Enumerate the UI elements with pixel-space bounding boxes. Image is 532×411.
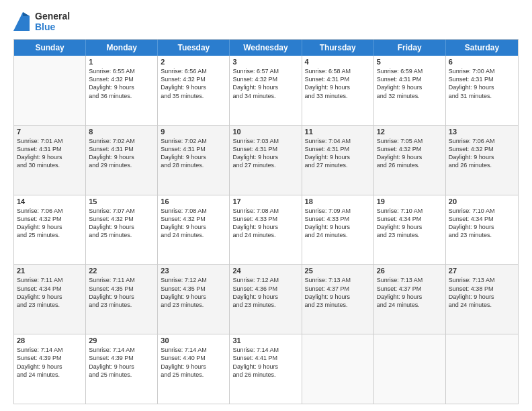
day-info: Sunrise: 7:01 AM Sunset: 4:31 PM Dayligh… [17, 137, 83, 170]
day-number: 11 [305, 128, 371, 136]
logo-blue-text: Blue [35, 21, 70, 32]
logo-wordmark: GeneralBlue [35, 11, 70, 32]
day-number: 16 [161, 197, 226, 205]
day-number: 27 [449, 267, 515, 275]
day-info: Sunrise: 7:05 AM Sunset: 4:32 PM Dayligh… [377, 137, 443, 170]
day-number: 18 [305, 197, 371, 205]
day-cell: 3Sunrise: 6:57 AM Sunset: 4:32 PM Daylig… [230, 56, 302, 125]
day-cell: 30Sunrise: 7:14 AM Sunset: 4:40 PM Dayli… [158, 334, 230, 404]
day-info: Sunrise: 7:13 AM Sunset: 4:37 PM Dayligh… [377, 276, 443, 309]
day-info: Sunrise: 7:14 AM Sunset: 4:41 PM Dayligh… [232, 346, 298, 379]
day-cell: 19Sunrise: 7:10 AM Sunset: 4:34 PM Dayli… [374, 195, 446, 265]
logo-general-text: General [35, 11, 70, 21]
day-info: Sunrise: 6:55 AM Sunset: 4:32 PM Dayligh… [89, 67, 154, 100]
day-number: 14 [17, 197, 83, 205]
day-cell [14, 56, 86, 125]
day-cell: 17Sunrise: 7:08 AM Sunset: 4:33 PM Dayli… [230, 195, 302, 265]
day-info: Sunrise: 7:00 AM Sunset: 4:31 PM Dayligh… [449, 67, 515, 100]
day-cell: 9Sunrise: 7:02 AM Sunset: 4:31 PM Daylig… [158, 126, 230, 195]
day-info: Sunrise: 7:02 AM Sunset: 4:31 PM Dayligh… [89, 137, 154, 170]
day-info: Sunrise: 7:06 AM Sunset: 4:32 PM Dayligh… [17, 207, 83, 240]
week-row-4: 21Sunrise: 7:11 AM Sunset: 4:34 PM Dayli… [14, 265, 518, 334]
day-number: 25 [305, 267, 371, 275]
day-cell: 16Sunrise: 7:08 AM Sunset: 4:32 PM Dayli… [158, 195, 230, 265]
day-header-friday: Friday [374, 40, 446, 56]
day-cell: 2Sunrise: 6:56 AM Sunset: 4:32 PM Daylig… [158, 56, 230, 125]
week-row-2: 7Sunrise: 7:01 AM Sunset: 4:31 PM Daylig… [14, 126, 518, 195]
day-cell: 20Sunrise: 7:10 AM Sunset: 4:34 PM Dayli… [446, 195, 518, 265]
day-number: 15 [89, 197, 154, 205]
day-cell: 8Sunrise: 7:02 AM Sunset: 4:31 PM Daylig… [86, 126, 158, 195]
day-number: 4 [305, 58, 371, 66]
day-info: Sunrise: 7:08 AM Sunset: 4:32 PM Dayligh… [161, 207, 226, 240]
calendar-body: 1Sunrise: 6:55 AM Sunset: 4:32 PM Daylig… [14, 56, 518, 404]
day-number: 30 [161, 336, 226, 345]
day-cell: 23Sunrise: 7:12 AM Sunset: 4:35 PM Dayli… [158, 265, 230, 334]
day-number: 7 [17, 128, 83, 136]
day-number: 20 [449, 197, 515, 205]
day-number: 22 [89, 267, 154, 275]
day-number: 17 [232, 197, 298, 205]
day-number: 3 [232, 58, 298, 66]
day-cell [302, 334, 374, 404]
week-row-3: 14Sunrise: 7:06 AM Sunset: 4:32 PM Dayli… [14, 195, 518, 265]
header: GeneralBlue [13, 11, 519, 32]
day-cell: 22Sunrise: 7:11 AM Sunset: 4:35 PM Dayli… [86, 265, 158, 334]
day-number: 9 [161, 128, 226, 136]
day-cell: 1Sunrise: 6:55 AM Sunset: 4:32 PM Daylig… [86, 56, 158, 125]
day-cell: 13Sunrise: 7:06 AM Sunset: 4:32 PM Dayli… [446, 126, 518, 195]
day-info: Sunrise: 7:13 AM Sunset: 4:38 PM Dayligh… [449, 276, 515, 309]
day-header-monday: Monday [86, 40, 158, 56]
day-info: Sunrise: 7:12 AM Sunset: 4:36 PM Dayligh… [232, 276, 298, 309]
day-info: Sunrise: 7:14 AM Sunset: 4:39 PM Dayligh… [17, 346, 83, 379]
day-cell: 10Sunrise: 7:03 AM Sunset: 4:31 PM Dayli… [230, 126, 302, 195]
day-number: 24 [232, 267, 298, 275]
day-number: 19 [377, 197, 443, 205]
day-cell [446, 334, 518, 404]
day-info: Sunrise: 7:14 AM Sunset: 4:39 PM Dayligh… [89, 346, 154, 379]
day-cell: 24Sunrise: 7:12 AM Sunset: 4:36 PM Dayli… [230, 265, 302, 334]
day-number: 12 [377, 128, 443, 136]
day-info: Sunrise: 6:59 AM Sunset: 4:31 PM Dayligh… [377, 67, 443, 100]
day-cell: 14Sunrise: 7:06 AM Sunset: 4:32 PM Dayli… [14, 195, 86, 265]
day-cell: 29Sunrise: 7:14 AM Sunset: 4:39 PM Dayli… [86, 334, 158, 404]
svg-marker-1 [23, 12, 30, 16]
day-number: 28 [17, 336, 83, 345]
day-header-thursday: Thursday [302, 40, 374, 56]
day-info: Sunrise: 7:04 AM Sunset: 4:31 PM Dayligh… [305, 137, 371, 170]
day-cell: 5Sunrise: 6:59 AM Sunset: 4:31 PM Daylig… [374, 56, 446, 125]
day-info: Sunrise: 7:10 AM Sunset: 4:34 PM Dayligh… [449, 207, 515, 240]
day-number: 23 [161, 267, 226, 275]
day-number: 1 [89, 58, 154, 66]
day-header-wednesday: Wednesday [230, 40, 302, 56]
day-cell: 4Sunrise: 6:58 AM Sunset: 4:31 PM Daylig… [302, 56, 374, 125]
day-number: 13 [449, 128, 515, 136]
day-info: Sunrise: 7:07 AM Sunset: 4:32 PM Dayligh… [89, 207, 154, 240]
day-cell: 27Sunrise: 7:13 AM Sunset: 4:38 PM Dayli… [446, 265, 518, 334]
day-number: 31 [232, 336, 298, 345]
day-number: 8 [89, 128, 154, 136]
day-cell: 28Sunrise: 7:14 AM Sunset: 4:39 PM Dayli… [14, 334, 86, 404]
day-number: 10 [232, 128, 298, 136]
day-headers: SundayMondayTuesdayWednesdayThursdayFrid… [14, 40, 518, 56]
day-cell: 6Sunrise: 7:00 AM Sunset: 4:31 PM Daylig… [446, 56, 518, 125]
day-cell: 11Sunrise: 7:04 AM Sunset: 4:31 PM Dayli… [302, 126, 374, 195]
day-cell: 12Sunrise: 7:05 AM Sunset: 4:32 PM Dayli… [374, 126, 446, 195]
day-info: Sunrise: 6:56 AM Sunset: 4:32 PM Dayligh… [161, 67, 226, 100]
day-info: Sunrise: 7:06 AM Sunset: 4:32 PM Dayligh… [449, 137, 515, 170]
week-row-5: 28Sunrise: 7:14 AM Sunset: 4:39 PM Dayli… [14, 334, 518, 404]
logo: GeneralBlue [13, 11, 70, 32]
day-info: Sunrise: 7:12 AM Sunset: 4:35 PM Dayligh… [161, 276, 226, 309]
day-info: Sunrise: 7:08 AM Sunset: 4:33 PM Dayligh… [232, 207, 298, 240]
day-info: Sunrise: 6:58 AM Sunset: 4:31 PM Dayligh… [305, 67, 371, 100]
logo-shape-icon [13, 12, 30, 31]
day-info: Sunrise: 7:11 AM Sunset: 4:35 PM Dayligh… [89, 276, 154, 309]
day-info: Sunrise: 7:13 AM Sunset: 4:37 PM Dayligh… [305, 276, 371, 309]
day-info: Sunrise: 7:11 AM Sunset: 4:34 PM Dayligh… [17, 276, 83, 309]
day-cell: 26Sunrise: 7:13 AM Sunset: 4:37 PM Dayli… [374, 265, 446, 334]
day-number: 21 [17, 267, 83, 275]
day-info: Sunrise: 7:03 AM Sunset: 4:31 PM Dayligh… [232, 137, 298, 170]
day-number: 5 [377, 58, 443, 66]
day-info: Sunrise: 6:57 AM Sunset: 4:32 PM Dayligh… [232, 67, 298, 100]
calendar: SundayMondayTuesdayWednesdayThursdayFrid… [13, 39, 519, 404]
